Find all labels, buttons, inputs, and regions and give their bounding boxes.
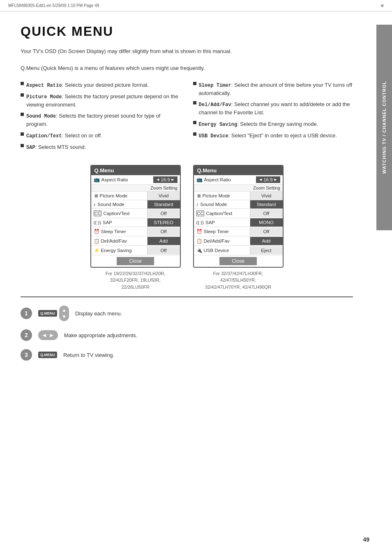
- left-arrow-2[interactable]: ◄: [258, 177, 263, 182]
- feature-term: SAP: [26, 145, 35, 150]
- menu2-caption: For 32/37/42/47LH30FR,42/47/55LH50YR,32/…: [205, 270, 271, 291]
- close-row-2: Close: [194, 255, 283, 267]
- picture-icon-2: 🖥: [196, 193, 201, 198]
- qmenu-value-caption-1: Off: [147, 209, 180, 218]
- qmenu-row-sap-2: ((·)) SAP MONO: [194, 218, 283, 227]
- sleep-icon-2: ⏰: [196, 229, 202, 234]
- qmenu-label: CC Caption/Text: [91, 209, 147, 218]
- qmenu-label: ♪ Sound Mode: [91, 200, 147, 208]
- qmenu-label: 📋 Del/Add/Fav: [194, 236, 250, 245]
- qmenu-label: ⚡ Energy Saving: [91, 246, 147, 255]
- feature-term: Caption/Text: [26, 133, 62, 139]
- left-arrow-1[interactable]: ◄: [156, 177, 160, 182]
- qmenu-value-caption-2: Off: [250, 209, 283, 218]
- qmenu-value-picture-1: Vivid: [147, 192, 180, 200]
- step-2-buttons: ◄ ►: [38, 330, 58, 340]
- page-header: MFL58486305-Edit1-en 5/29/09 1:10 PM Pag…: [0, 0, 392, 12]
- qmenu-label: 🖥 Picture Mode: [194, 192, 250, 200]
- qmenu-row-usb-2: 🔌 USB Device Eject: [194, 246, 283, 255]
- qmenu-row-energy-1: ⚡ Energy Saving Off: [91, 246, 180, 255]
- qmenu-row-caption-1: CC Caption/Text Off: [91, 209, 180, 218]
- aspect-ratio-value-1: ◄ 16:9 ►: [153, 176, 177, 183]
- feature-term: USB Device: [199, 133, 228, 139]
- feature-term: Picture Mode: [26, 94, 62, 100]
- qmenu-value-picture-2: Vivid: [250, 192, 283, 200]
- feature-text: Energy Saving: Selects the Energy saving…: [199, 120, 318, 128]
- cc-icon-1: CC: [94, 211, 102, 216]
- main-content: QUICK MENU Your TV's OSD (On Screen Disp…: [0, 12, 376, 381]
- feature-text: Picture Mode: Selects the factory preset…: [26, 93, 181, 109]
- del-icon-1: 📋: [94, 238, 99, 244]
- left-nav-icon[interactable]: ◄: [42, 332, 47, 338]
- step-1-buttons: Q.MENU ▲ ▼: [38, 306, 69, 321]
- step-3-buttons: Q.MENU: [38, 352, 57, 358]
- right-arrow-2[interactable]: ►: [274, 177, 278, 182]
- qmenu-button-icon-3[interactable]: Q.MENU: [38, 352, 57, 358]
- feature-del-add-fav: Del/Add/Fav: Select channel you want to …: [193, 100, 353, 117]
- down-arrow-icon[interactable]: ▼: [62, 314, 67, 319]
- feature-sap: SAP: Selects MTS sound.: [21, 143, 181, 151]
- feature-term: Energy Saving: [199, 122, 238, 127]
- close-row-1: Close: [91, 255, 180, 267]
- menu-block-2: Q.Menu 📺 Aspect Ratio ◄ 16:9 ►: [193, 165, 284, 291]
- qmenu-1-title: Q.Menu: [91, 166, 180, 175]
- qmenu-row-picture-1: 🖥 Picture Mode Vivid: [91, 192, 180, 200]
- aspect-ratio-label-2: 📺 Aspect Ratio: [196, 177, 255, 183]
- qmenu-value-del-1: Add: [147, 237, 180, 245]
- feature-term: Sound Mode: [26, 113, 56, 119]
- features-col-right: Sleep Timer: Select the amount of time b…: [193, 81, 353, 155]
- close-button-2[interactable]: Close: [219, 257, 257, 265]
- feature-text: Del/Add/Fav: Select channel you want to …: [199, 100, 353, 117]
- qmenu-value-sap-1: STEREO: [147, 218, 180, 227]
- tv-icon-1: 📺: [94, 177, 100, 183]
- bullet: [21, 113, 24, 116]
- usb-icon-2: 🔌: [196, 248, 202, 253]
- step-1-text: Display each menu.: [75, 310, 122, 317]
- bullet: [21, 82, 24, 85]
- steps-container: 1 Q.MENU ▲ ▼ Display each menu. 2 ◄ ►: [21, 306, 353, 361]
- qmenu-row-del-1: 📋 Del/Add/Fav Add: [91, 236, 180, 246]
- qmenu-label: 📋 Del/Add/Fav: [91, 236, 147, 245]
- qmenu-value-sleep-1: Off: [147, 227, 180, 236]
- feature-term: Sleep Timer: [199, 83, 231, 88]
- up-arrow-icon[interactable]: ▲: [62, 307, 67, 313]
- bullet: [193, 132, 196, 136]
- qmenu-row-sound-2: ♪ Sound Mode Standard: [194, 200, 283, 209]
- qmenu-row-sap-1: ((·)) SAP STEREO: [91, 218, 180, 227]
- qmenu-label: ⏰ Sleep Timer: [91, 227, 147, 236]
- aspect-ratio-row-1: 📺 Aspect Ratio ◄ 16:9 ►: [91, 175, 180, 185]
- bullet: [21, 93, 24, 97]
- feature-usb-device: USB Device: Select "Eject" in order to e…: [193, 132, 353, 140]
- tv-icon-2: 📺: [196, 177, 203, 183]
- right-nav-icon[interactable]: ►: [49, 332, 55, 338]
- close-button-1[interactable]: Close: [117, 257, 154, 265]
- qmenu-value-usb-2: Eject: [250, 246, 283, 255]
- right-arrow-1[interactable]: ►: [171, 177, 175, 182]
- qmenu-row-sound-1: ♪ Sound Mode Standard: [91, 200, 180, 209]
- step-2: 2 ◄ ► Make appropriate adjustments.: [21, 329, 353, 341]
- header-cross: ⊕: [380, 3, 384, 8]
- aspect-ratio-value-2: ◄ 16:9 ►: [256, 176, 280, 183]
- qmenu-row-picture-2: 🖥 Picture Mode Vivid: [194, 192, 283, 200]
- header-text: MFL58486305-Edit1-en 5/29/09 1:10 PM Pag…: [8, 3, 99, 8]
- del-icon-2: 📋: [196, 238, 202, 244]
- intro-line2: Q.Menu (Quick Menu) is a menu of feature…: [21, 64, 353, 73]
- qmenu-button-icon-1[interactable]: Q.MENU: [38, 310, 57, 317]
- qmenu-row-sleep-1: ⏰ Sleep Timer Off: [91, 227, 180, 236]
- step-3-text: Return to TV viewing.: [63, 352, 114, 358]
- sound-icon-2: ♪: [196, 202, 199, 207]
- feature-text: Sound Mode: Selects the factory preset s…: [26, 112, 181, 128]
- features-col-left: Aspect Ratio: Selects your desired pictu…: [21, 81, 181, 155]
- step-number-2: 2: [21, 329, 32, 341]
- menu1-caption: For 19/22/26/32/37/42LH20R,32/42LF20FR, …: [106, 270, 166, 291]
- qmenu-label: 🔌 USB Device: [194, 246, 250, 255]
- feature-sound-mode: Sound Mode: Selects the factory preset s…: [21, 112, 181, 128]
- bullet: [193, 101, 196, 104]
- qmenu-label: ((·)) SAP: [194, 218, 250, 227]
- qmenu-value-sound-1: Standard: [147, 200, 180, 208]
- page-number: 49: [363, 536, 369, 543]
- qmenu-label: 🖥 Picture Mode: [91, 192, 147, 200]
- qmenu-row-caption-2: CC Caption/Text Off: [194, 209, 283, 218]
- aspect-ratio-label-1: 📺 Aspect Ratio: [94, 177, 152, 183]
- qmenu-label: ♪ Sound Mode: [194, 200, 250, 208]
